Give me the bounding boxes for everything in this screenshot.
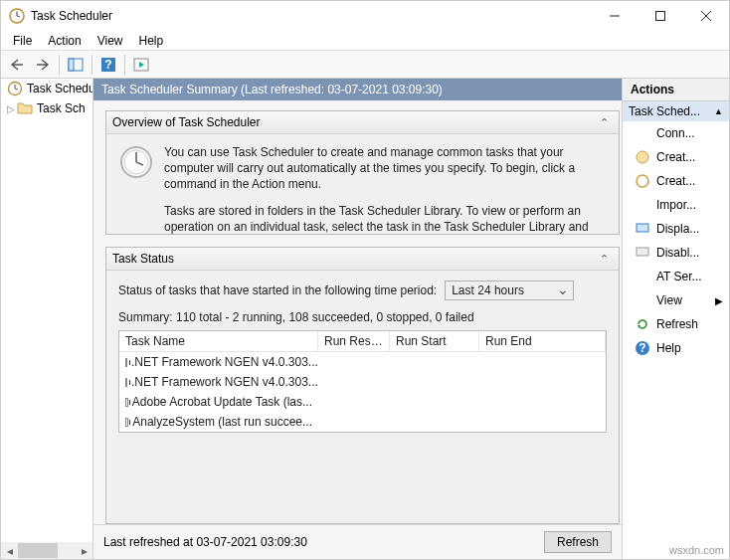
- table-row[interactable]: .NET Framework NGEN v4.0.303...: [119, 372, 606, 392]
- minimize-button[interactable]: [592, 1, 638, 31]
- run-button[interactable]: [129, 53, 153, 77]
- scroll-thumb[interactable]: [18, 543, 58, 558]
- tree-child[interactable]: ▷ Task Sch: [1, 98, 92, 118]
- period-select[interactable]: Last 24 hours: [445, 280, 574, 300]
- cell-name: AnalyzeSystem (last run succee...: [132, 415, 312, 429]
- expand-icon[interactable]: [125, 378, 127, 387]
- expand-icon[interactable]: [125, 418, 128, 427]
- action-disable[interactable]: Disabl...: [623, 241, 729, 265]
- refresh-button[interactable]: Refresh: [544, 531, 612, 553]
- menu-view[interactable]: View: [90, 32, 131, 50]
- display-icon: [635, 221, 650, 237]
- action-refresh[interactable]: Refresh: [623, 312, 729, 336]
- title-bar: Task Scheduler: [1, 1, 729, 31]
- actions-header: Actions: [623, 79, 729, 101]
- action-help[interactable]: ? Help: [623, 336, 729, 360]
- col-run-start[interactable]: Run Start: [390, 331, 479, 351]
- toolbar-separator: [91, 55, 92, 75]
- menu-file[interactable]: File: [5, 32, 40, 50]
- create-task-icon: [635, 173, 650, 189]
- actions-group-label: Task Sched...: [629, 104, 700, 118]
- svg-marker-12: [139, 62, 144, 68]
- refresh-icon: [635, 316, 650, 332]
- collapse-icon[interactable]: ⌃: [596, 116, 613, 129]
- action-label: AT Ser...: [656, 270, 702, 283]
- svg-point-20: [637, 151, 648, 163]
- table-row[interactable]: .NET Framework NGEN v4.0.303...: [119, 352, 606, 372]
- cell-name: .NET Framework NGEN v4.0.303...: [131, 375, 318, 389]
- menu-bar: File Action View Help: [1, 31, 729, 51]
- col-run-result[interactable]: Run Result: [318, 331, 390, 351]
- col-task-name[interactable]: Task Name: [119, 331, 318, 351]
- status-summary-text: Summary: 110 total - 2 running, 108 succ…: [118, 310, 607, 324]
- task-table: Task Name Run Result Run Start Run End .…: [118, 330, 607, 433]
- action-import[interactable]: Impor...: [623, 193, 729, 217]
- toolbar-separator: [124, 55, 125, 75]
- table-header: Task Name Run Result Run Start Run End: [119, 331, 606, 352]
- tree-pane: Task Schedu ▷ Task Sch ◂ ▸: [1, 79, 93, 559]
- action-create-task[interactable]: Creat...: [623, 169, 729, 193]
- status-period-label: Status of tasks that have started in the…: [118, 283, 437, 297]
- menu-help[interactable]: Help: [131, 32, 172, 50]
- action-connect[interactable]: Conn...: [623, 121, 729, 145]
- close-button[interactable]: [683, 1, 729, 31]
- svg-rect-4: [656, 12, 665, 21]
- expand-icon[interactable]: [125, 398, 128, 407]
- scroll-left-icon[interactable]: ◂: [1, 542, 18, 559]
- svg-text:?: ?: [104, 58, 111, 72]
- task-status-panel: Task Status ⌃ Status of tasks that have …: [105, 247, 620, 524]
- action-display[interactable]: Displa...: [623, 217, 729, 241]
- main-pane: Task Scheduler Summary (Last refreshed: …: [93, 79, 622, 559]
- forward-button[interactable]: [31, 53, 55, 77]
- action-label: Displa...: [656, 222, 699, 236]
- svg-text:?: ?: [639, 341, 645, 355]
- main-footer: Last refreshed at 03-07-2021 03:09:30 Re…: [93, 524, 622, 559]
- at-service-icon: [635, 269, 650, 284]
- actions-pane: Actions Task Sched... ▲ Conn... Creat...…: [622, 79, 729, 559]
- tree-child-label: Task Sch: [37, 101, 86, 115]
- import-icon: [635, 197, 650, 213]
- app-icon: [9, 8, 25, 24]
- overview-text: You can use Task Scheduler to create and…: [164, 144, 607, 234]
- task-status-title: Task Status: [112, 252, 174, 266]
- action-label: Disabl...: [656, 246, 699, 260]
- overview-p1: You can use Task Scheduler to create and…: [164, 144, 607, 193]
- menu-action[interactable]: Action: [40, 32, 89, 50]
- overview-panel-head[interactable]: Overview of Task Scheduler ⌃: [106, 111, 619, 134]
- show-hide-tree-button[interactable]: [64, 53, 88, 77]
- tree-root[interactable]: Task Schedu: [1, 79, 92, 98]
- action-create-basic[interactable]: Creat...: [623, 145, 729, 169]
- folder-icon: [17, 100, 33, 116]
- toolbar: ?: [1, 51, 729, 79]
- action-label: View: [656, 293, 709, 307]
- scroll-right-icon[interactable]: ▸: [76, 542, 92, 559]
- svg-rect-22: [637, 224, 648, 232]
- help-button[interactable]: ?: [96, 53, 120, 77]
- collapse-icon[interactable]: ⌃: [596, 253, 613, 266]
- col-run-end[interactable]: Run End: [479, 331, 606, 351]
- task-status-head[interactable]: Task Status ⌃: [106, 248, 619, 271]
- action-view[interactable]: View ▶: [623, 288, 729, 312]
- tree-root-label: Task Schedu: [27, 82, 92, 95]
- window-title: Task Scheduler: [31, 9, 592, 23]
- actions-group-header[interactable]: Task Sched... ▲: [623, 101, 729, 121]
- svg-point-21: [637, 175, 648, 187]
- back-button[interactable]: [5, 53, 29, 77]
- content-area: Task Schedu ▷ Task Sch ◂ ▸ Task Schedule…: [1, 79, 729, 559]
- tree-hscrollbar[interactable]: ◂ ▸: [1, 542, 92, 559]
- action-at-service[interactable]: AT Ser...: [623, 265, 729, 288]
- svg-rect-8: [69, 59, 74, 71]
- expand-icon[interactable]: [125, 358, 127, 367]
- maximize-button[interactable]: [638, 1, 683, 31]
- toolbar-separator: [59, 55, 60, 75]
- table-row[interactable]: AnalyzeSystem (last run succee...: [119, 412, 606, 432]
- cell-name: Adobe Acrobat Update Task (las...: [132, 395, 312, 409]
- table-body: .NET Framework NGEN v4.0.303... .NET Fra…: [119, 352, 606, 432]
- window-controls: [592, 1, 729, 31]
- expand-icon[interactable]: ▷: [7, 103, 15, 114]
- watermark: wsxdn.com: [669, 544, 724, 556]
- svg-rect-23: [637, 248, 648, 256]
- help-icon: ?: [635, 340, 650, 356]
- table-row[interactable]: Adobe Acrobat Update Task (las...: [119, 392, 606, 412]
- connect-icon: [635, 125, 650, 141]
